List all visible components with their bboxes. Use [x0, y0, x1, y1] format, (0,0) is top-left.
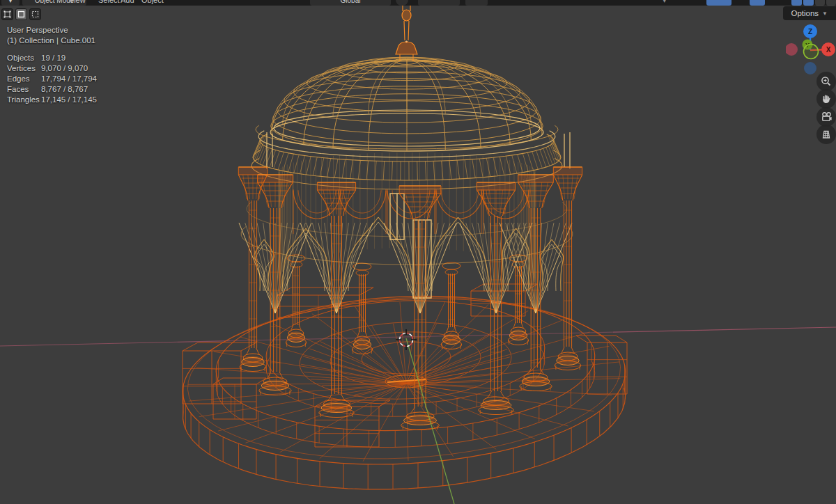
- navigation-gizmo[interactable]: Y Z X: [786, 21, 836, 78]
- viewport-overlay-text: User Perspective (1) Collection | Cube.0…: [7, 25, 97, 105]
- orthographic-toggle-button[interactable]: [816, 125, 836, 144]
- pan-button[interactable]: [816, 89, 836, 109]
- editor-type-icon[interactable]: ▾: [1, 0, 20, 6]
- blender-window: ▾ Object Mode View Select Add Object Glo…: [0, 0, 836, 504]
- select-mode-buttons: [1, 8, 41, 20]
- orthographic-grid-icon: [821, 129, 832, 140]
- pan-hand-icon: [821, 93, 832, 104]
- stat-value: 17,794 / 17,794: [41, 74, 97, 83]
- select-tweak-icon[interactable]: [1, 8, 13, 20]
- chevron-down-icon: ▼: [822, 10, 828, 17]
- gizmo-neg-z-ball[interactable]: [804, 62, 816, 74]
- camera-view-button[interactable]: [816, 107, 836, 127]
- shading-material-icon[interactable]: [815, 0, 825, 6]
- menu-add[interactable]: Add: [121, 0, 134, 6]
- shading-rendered-icon[interactable]: [826, 0, 836, 6]
- view-perspective-label: User Perspective: [7, 25, 97, 36]
- stat-label: Triangles: [7, 95, 41, 105]
- stat-value: 17,145 / 17,145: [41, 95, 97, 104]
- breadcrumb: (1) Collection | Cube.001: [7, 36, 97, 46]
- options-button[interactable]: Options ▼: [783, 6, 836, 20]
- gizmo-center-ball[interactable]: [804, 45, 819, 59]
- options-label: Options: [791, 9, 819, 17]
- viewport-3d[interactable]: [0, 0, 836, 504]
- camera-view-icon: [821, 111, 833, 123]
- stat-value: 19 / 19: [41, 54, 65, 62]
- stat-value: 8,767 / 8,767: [41, 85, 88, 93]
- stat-label: Vertices: [7, 63, 41, 74]
- select-lasso-icon[interactable]: [29, 8, 41, 20]
- pivot-point-widget[interactable]: [465, 0, 488, 6]
- select-box-icon[interactable]: [15, 8, 27, 20]
- 3d-cursor: [392, 326, 420, 354]
- snap-target-icon[interactable]: [396, 0, 408, 6]
- transform-orientation-dropdown[interactable]: Global: [310, 0, 391, 6]
- overlays-toggle-icon[interactable]: [750, 0, 765, 6]
- stat-label: Objects: [7, 53, 41, 63]
- top-bar: ▾ Object Mode View Select Add Object Glo…: [0, 0, 836, 6]
- proportional-edit-widget[interactable]: [418, 0, 460, 6]
- gizmo-toggle-icon[interactable]: [706, 0, 732, 6]
- svg-text:X: X: [826, 46, 831, 54]
- menu-object[interactable]: Object: [141, 0, 164, 6]
- header-caret-icon[interactable]: ▾: [663, 0, 667, 6]
- zoom-button[interactable]: [816, 72, 836, 91]
- stat-label: Edges: [7, 74, 41, 84]
- svg-text:Z: Z: [808, 28, 812, 36]
- gizmo-neg-x-ball[interactable]: [786, 43, 798, 56]
- shading-solid-icon[interactable]: [803, 0, 814, 6]
- shading-wireframe-icon[interactable]: [791, 0, 802, 6]
- zoom-icon: [821, 76, 832, 87]
- menu-select[interactable]: Select: [98, 0, 120, 6]
- menu-view[interactable]: View: [69, 0, 86, 6]
- stat-value: 9,070 / 9,070: [41, 64, 88, 72]
- stat-label: Faces: [7, 84, 41, 95]
